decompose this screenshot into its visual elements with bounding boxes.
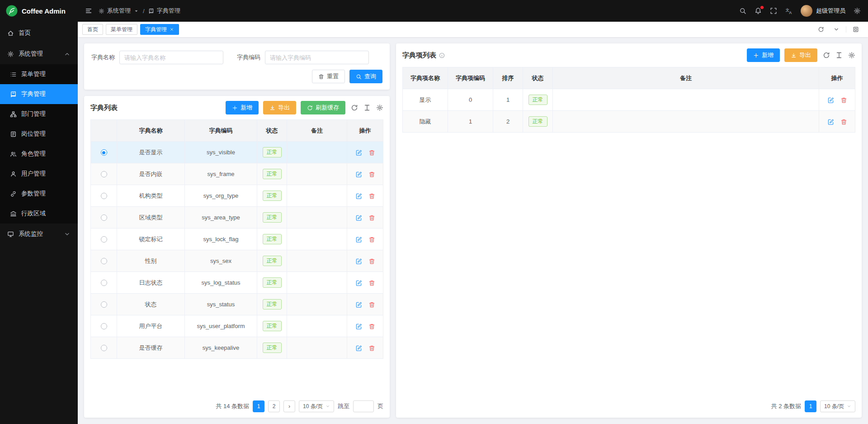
sidebar-item-dict-management[interactable]: 字典管理 bbox=[0, 84, 78, 104]
page-size-select[interactable]: 10 条/页 bbox=[299, 400, 334, 412]
sidebar-item-post-management[interactable]: 岗位管理 bbox=[0, 124, 78, 144]
refresh-table-icon[interactable] bbox=[823, 52, 830, 59]
add-dict-item-button[interactable]: 新增 bbox=[747, 48, 780, 62]
breadcrumb-item-system[interactable]: 系统管理 bbox=[107, 7, 131, 15]
sidebar-item-role-management[interactable]: 角色管理 bbox=[0, 144, 78, 164]
edit-icon[interactable] bbox=[355, 323, 362, 330]
edit-icon[interactable] bbox=[355, 171, 362, 178]
delete-icon[interactable] bbox=[368, 236, 375, 243]
page-button-1[interactable]: 1 bbox=[805, 400, 816, 412]
edit-icon[interactable] bbox=[355, 301, 362, 308]
tab-dict-management[interactable]: 字典管理 bbox=[140, 24, 179, 35]
edit-icon[interactable] bbox=[355, 345, 362, 352]
sidebar-item-home[interactable]: 首页 bbox=[0, 23, 78, 43]
column-settings-icon[interactable] bbox=[835, 52, 843, 59]
table-row[interactable]: 区域类型sys_area_type正常 bbox=[91, 207, 383, 229]
sidebar-item-dept-management[interactable]: 部门管理 bbox=[0, 104, 78, 124]
user-menu[interactable]: 超级管理员 bbox=[801, 5, 845, 17]
dict-name-cell: 机构类型 bbox=[117, 185, 185, 207]
edit-icon[interactable] bbox=[355, 280, 362, 286]
page-size-select[interactable]: 10 条/页 bbox=[820, 400, 855, 412]
status-badge: 正常 bbox=[528, 116, 547, 126]
delete-icon[interactable] bbox=[368, 280, 375, 286]
delete-icon[interactable] bbox=[368, 345, 375, 352]
edit-icon[interactable] bbox=[827, 97, 834, 104]
sidebar-item-region-management[interactable]: 行政区域 bbox=[0, 204, 78, 224]
table-row[interactable]: 状态sys_status正常 bbox=[91, 294, 383, 315]
reset-button[interactable]: 重置 bbox=[312, 70, 345, 83]
column-settings-icon[interactable] bbox=[363, 104, 371, 111]
add-dict-button[interactable]: 新增 bbox=[226, 101, 259, 114]
row-radio[interactable] bbox=[101, 258, 107, 264]
topbar: 系统管理 / 字典管理 文A 超级管理员 bbox=[78, 0, 868, 22]
tab-menu-management[interactable]: 菜单管理 bbox=[106, 24, 137, 35]
dict-name-input[interactable] bbox=[119, 51, 223, 64]
sidebar-item-menu-management[interactable]: 菜单管理 bbox=[0, 64, 78, 84]
row-radio[interactable] bbox=[101, 323, 107, 329]
refresh-cache-button[interactable]: 刷新缓存 bbox=[301, 101, 345, 114]
export-dict-items-button[interactable]: 导出 bbox=[784, 48, 817, 62]
next-page-button[interactable]: › bbox=[283, 400, 295, 412]
tab-home[interactable]: 首页 bbox=[82, 24, 103, 35]
table-row[interactable]: 是否缓存sys_keepalive正常 bbox=[91, 337, 383, 359]
refresh-table-icon[interactable] bbox=[351, 104, 358, 111]
row-radio[interactable] bbox=[101, 236, 107, 243]
edit-icon[interactable] bbox=[355, 214, 362, 221]
collapse-sidebar-icon[interactable] bbox=[85, 7, 92, 14]
delete-icon[interactable] bbox=[840, 119, 847, 125]
edit-icon[interactable] bbox=[355, 258, 362, 265]
row-radio[interactable] bbox=[101, 214, 107, 221]
page-button-2[interactable]: 2 bbox=[268, 400, 280, 412]
table-row[interactable]: 机构类型sys_org_type正常 bbox=[91, 185, 383, 207]
export-label: 导出 bbox=[278, 104, 290, 112]
jump-page-input[interactable] bbox=[353, 400, 374, 412]
content-fullscreen-icon[interactable] bbox=[846, 26, 863, 33]
export-dict-button[interactable]: 导出 bbox=[263, 101, 296, 114]
edit-icon[interactable] bbox=[355, 149, 362, 156]
sidebar-item-system-monitor[interactable]: 系统监控 bbox=[0, 224, 78, 244]
translate-icon[interactable]: 文A bbox=[785, 7, 793, 14]
delete-icon[interactable] bbox=[368, 171, 375, 178]
notifications-button[interactable] bbox=[755, 7, 762, 14]
table-row[interactable]: 日志状态sys_log_status正常 bbox=[91, 272, 383, 294]
edit-icon[interactable] bbox=[355, 236, 362, 243]
delete-icon[interactable] bbox=[368, 258, 375, 265]
fullscreen-icon[interactable] bbox=[770, 7, 777, 14]
row-radio[interactable] bbox=[101, 193, 107, 199]
row-radio[interactable] bbox=[101, 171, 107, 177]
row-radio[interactable] bbox=[101, 301, 107, 308]
table-row[interactable]: 隐藏12正常 bbox=[403, 111, 855, 133]
delete-icon[interactable] bbox=[368, 214, 375, 221]
tab-options-icon[interactable] bbox=[829, 26, 844, 33]
close-icon[interactable] bbox=[170, 27, 174, 32]
dict-code-input[interactable] bbox=[265, 51, 369, 64]
table-row[interactable]: 锁定标记sys_lock_flag正常 bbox=[91, 229, 383, 250]
info-icon[interactable] bbox=[439, 52, 445, 58]
table-row[interactable]: 显示01正常 bbox=[403, 89, 855, 111]
delete-icon[interactable] bbox=[368, 323, 375, 330]
delete-icon[interactable] bbox=[840, 97, 847, 104]
sidebar-item-system-management[interactable]: 系统管理 bbox=[0, 43, 78, 64]
query-button[interactable]: 查询 bbox=[349, 70, 382, 83]
refresh-page-icon[interactable] bbox=[813, 26, 829, 33]
settings-gear-icon[interactable] bbox=[854, 7, 861, 14]
delete-icon[interactable] bbox=[368, 193, 375, 200]
table-row[interactable]: 性别sys_sex正常 bbox=[91, 250, 383, 272]
row-radio[interactable] bbox=[101, 345, 107, 351]
sidebar-item-param-management[interactable]: 参数管理 bbox=[0, 184, 78, 204]
table-row[interactable]: 是否显示sys_visible正常 bbox=[91, 142, 383, 163]
search-icon[interactable] bbox=[739, 7, 746, 14]
delete-icon[interactable] bbox=[368, 149, 375, 156]
delete-icon[interactable] bbox=[368, 301, 375, 308]
row-radio[interactable] bbox=[101, 280, 107, 286]
row-radio[interactable] bbox=[101, 149, 107, 156]
table-settings-icon[interactable] bbox=[376, 104, 383, 111]
table-settings-icon[interactable] bbox=[848, 52, 855, 59]
sidebar-item-user-management[interactable]: 用户管理 bbox=[0, 164, 78, 184]
edit-icon[interactable] bbox=[355, 193, 362, 200]
dict-list-title: 字典列表 bbox=[90, 104, 118, 112]
edit-icon[interactable] bbox=[827, 119, 834, 125]
table-row[interactable]: 用户平台sys_user_platform正常 bbox=[91, 315, 383, 337]
table-row[interactable]: 是否内嵌sys_frame正常 bbox=[91, 163, 383, 185]
page-button-1[interactable]: 1 bbox=[253, 400, 264, 412]
